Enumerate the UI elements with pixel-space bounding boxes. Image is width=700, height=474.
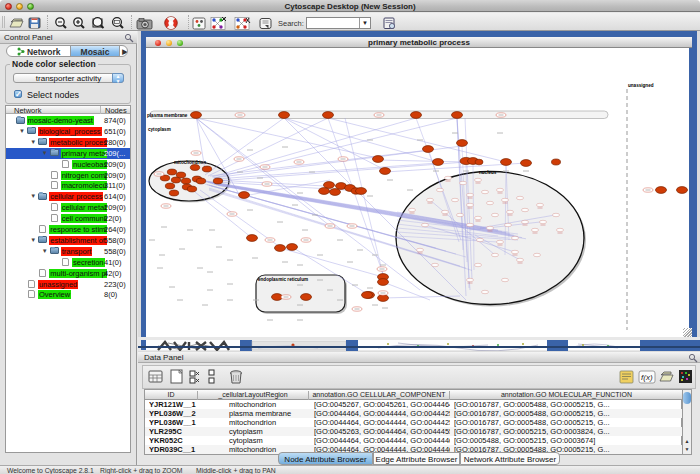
svg-text:plasma membrane: plasma membrane [147, 113, 188, 118]
svg-text:nucleus: nucleus [479, 170, 497, 175]
svg-text:f(x): f(x) [641, 373, 653, 382]
svg-text:mitochondrion: mitochondrion [174, 160, 206, 165]
svg-text:endoplasmic reticulum: endoplasmic reticulum [258, 277, 308, 282]
svg-text:unassigned: unassigned [628, 83, 654, 88]
svg-text:cytoplasm: cytoplasm [148, 127, 171, 132]
